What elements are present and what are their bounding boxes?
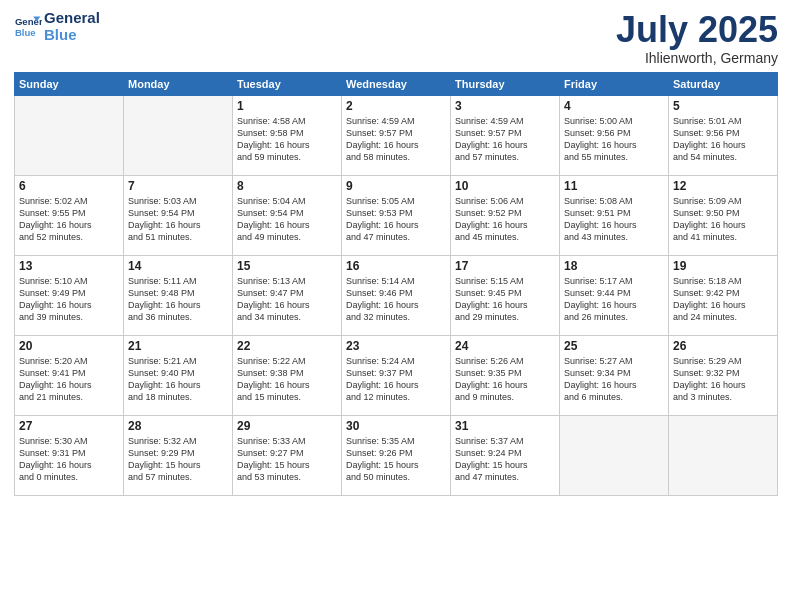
calendar-cell: 30Sunrise: 5:35 AM Sunset: 9:26 PM Dayli… — [342, 415, 451, 495]
day-info: Sunrise: 5:37 AM Sunset: 9:24 PM Dayligh… — [455, 435, 555, 484]
weekday-header: Saturday — [669, 72, 778, 95]
day-info: Sunrise: 5:24 AM Sunset: 9:37 PM Dayligh… — [346, 355, 446, 404]
calendar-week-row: 6Sunrise: 5:02 AM Sunset: 9:55 PM Daylig… — [15, 175, 778, 255]
day-info: Sunrise: 5:05 AM Sunset: 9:53 PM Dayligh… — [346, 195, 446, 244]
day-number: 4 — [564, 99, 664, 113]
page: General Blue General Blue July 2025 Ihli… — [0, 0, 792, 612]
calendar-cell: 10Sunrise: 5:06 AM Sunset: 9:52 PM Dayli… — [451, 175, 560, 255]
calendar-cell: 13Sunrise: 5:10 AM Sunset: 9:49 PM Dayli… — [15, 255, 124, 335]
calendar-cell: 26Sunrise: 5:29 AM Sunset: 9:32 PM Dayli… — [669, 335, 778, 415]
day-info: Sunrise: 4:59 AM Sunset: 9:57 PM Dayligh… — [346, 115, 446, 164]
weekday-header: Tuesday — [233, 72, 342, 95]
day-info: Sunrise: 5:10 AM Sunset: 9:49 PM Dayligh… — [19, 275, 119, 324]
day-number: 13 — [19, 259, 119, 273]
location-subtitle: Ihlienworth, Germany — [616, 50, 778, 66]
day-number: 14 — [128, 259, 228, 273]
calendar-cell: 23Sunrise: 5:24 AM Sunset: 9:37 PM Dayli… — [342, 335, 451, 415]
day-info: Sunrise: 5:08 AM Sunset: 9:51 PM Dayligh… — [564, 195, 664, 244]
calendar-cell: 4Sunrise: 5:00 AM Sunset: 9:56 PM Daylig… — [560, 95, 669, 175]
svg-text:Blue: Blue — [15, 26, 36, 37]
calendar-cell — [560, 415, 669, 495]
month-title: July 2025 — [616, 10, 778, 50]
calendar-cell: 7Sunrise: 5:03 AM Sunset: 9:54 PM Daylig… — [124, 175, 233, 255]
calendar-week-row: 27Sunrise: 5:30 AM Sunset: 9:31 PM Dayli… — [15, 415, 778, 495]
day-number: 1 — [237, 99, 337, 113]
day-number: 23 — [346, 339, 446, 353]
calendar-cell — [124, 95, 233, 175]
calendar-cell: 22Sunrise: 5:22 AM Sunset: 9:38 PM Dayli… — [233, 335, 342, 415]
calendar-week-row: 20Sunrise: 5:20 AM Sunset: 9:41 PM Dayli… — [15, 335, 778, 415]
day-info: Sunrise: 4:58 AM Sunset: 9:58 PM Dayligh… — [237, 115, 337, 164]
day-info: Sunrise: 5:14 AM Sunset: 9:46 PM Dayligh… — [346, 275, 446, 324]
day-number: 5 — [673, 99, 773, 113]
day-info: Sunrise: 5:32 AM Sunset: 9:29 PM Dayligh… — [128, 435, 228, 484]
calendar-cell: 2Sunrise: 4:59 AM Sunset: 9:57 PM Daylig… — [342, 95, 451, 175]
logo: General Blue General Blue — [14, 10, 100, 43]
weekday-header: Thursday — [451, 72, 560, 95]
weekday-header: Monday — [124, 72, 233, 95]
day-number: 29 — [237, 419, 337, 433]
day-info: Sunrise: 5:11 AM Sunset: 9:48 PM Dayligh… — [128, 275, 228, 324]
day-info: Sunrise: 5:00 AM Sunset: 9:56 PM Dayligh… — [564, 115, 664, 164]
calendar-cell: 1Sunrise: 4:58 AM Sunset: 9:58 PM Daylig… — [233, 95, 342, 175]
calendar-cell: 28Sunrise: 5:32 AM Sunset: 9:29 PM Dayli… — [124, 415, 233, 495]
calendar-cell: 14Sunrise: 5:11 AM Sunset: 9:48 PM Dayli… — [124, 255, 233, 335]
day-number: 9 — [346, 179, 446, 193]
day-info: Sunrise: 5:35 AM Sunset: 9:26 PM Dayligh… — [346, 435, 446, 484]
logo-icon: General Blue — [14, 13, 42, 41]
weekday-header: Wednesday — [342, 72, 451, 95]
day-number: 2 — [346, 99, 446, 113]
day-number: 19 — [673, 259, 773, 273]
day-number: 26 — [673, 339, 773, 353]
day-number: 30 — [346, 419, 446, 433]
day-number: 7 — [128, 179, 228, 193]
calendar-header-row: SundayMondayTuesdayWednesdayThursdayFrid… — [15, 72, 778, 95]
day-number: 17 — [455, 259, 555, 273]
day-number: 15 — [237, 259, 337, 273]
calendar-table: SundayMondayTuesdayWednesdayThursdayFrid… — [14, 72, 778, 496]
weekday-header: Sunday — [15, 72, 124, 95]
calendar-cell: 31Sunrise: 5:37 AM Sunset: 9:24 PM Dayli… — [451, 415, 560, 495]
calendar-week-row: 1Sunrise: 4:58 AM Sunset: 9:58 PM Daylig… — [15, 95, 778, 175]
day-number: 28 — [128, 419, 228, 433]
day-info: Sunrise: 5:33 AM Sunset: 9:27 PM Dayligh… — [237, 435, 337, 484]
logo-blue: Blue — [44, 27, 100, 44]
day-info: Sunrise: 5:03 AM Sunset: 9:54 PM Dayligh… — [128, 195, 228, 244]
day-number: 18 — [564, 259, 664, 273]
day-info: Sunrise: 5:30 AM Sunset: 9:31 PM Dayligh… — [19, 435, 119, 484]
day-number: 24 — [455, 339, 555, 353]
day-info: Sunrise: 5:22 AM Sunset: 9:38 PM Dayligh… — [237, 355, 337, 404]
calendar-cell: 19Sunrise: 5:18 AM Sunset: 9:42 PM Dayli… — [669, 255, 778, 335]
calendar-cell: 18Sunrise: 5:17 AM Sunset: 9:44 PM Dayli… — [560, 255, 669, 335]
calendar-cell: 16Sunrise: 5:14 AM Sunset: 9:46 PM Dayli… — [342, 255, 451, 335]
day-info: Sunrise: 5:13 AM Sunset: 9:47 PM Dayligh… — [237, 275, 337, 324]
day-number: 16 — [346, 259, 446, 273]
calendar-cell: 9Sunrise: 5:05 AM Sunset: 9:53 PM Daylig… — [342, 175, 451, 255]
day-info: Sunrise: 5:20 AM Sunset: 9:41 PM Dayligh… — [19, 355, 119, 404]
day-number: 3 — [455, 99, 555, 113]
calendar-cell: 6Sunrise: 5:02 AM Sunset: 9:55 PM Daylig… — [15, 175, 124, 255]
weekday-header: Friday — [560, 72, 669, 95]
day-number: 27 — [19, 419, 119, 433]
calendar-cell: 17Sunrise: 5:15 AM Sunset: 9:45 PM Dayli… — [451, 255, 560, 335]
calendar-cell: 27Sunrise: 5:30 AM Sunset: 9:31 PM Dayli… — [15, 415, 124, 495]
calendar-cell: 29Sunrise: 5:33 AM Sunset: 9:27 PM Dayli… — [233, 415, 342, 495]
day-info: Sunrise: 5:21 AM Sunset: 9:40 PM Dayligh… — [128, 355, 228, 404]
day-info: Sunrise: 5:01 AM Sunset: 9:56 PM Dayligh… — [673, 115, 773, 164]
calendar-cell: 15Sunrise: 5:13 AM Sunset: 9:47 PM Dayli… — [233, 255, 342, 335]
calendar-cell: 25Sunrise: 5:27 AM Sunset: 9:34 PM Dayli… — [560, 335, 669, 415]
day-info: Sunrise: 4:59 AM Sunset: 9:57 PM Dayligh… — [455, 115, 555, 164]
calendar-cell: 24Sunrise: 5:26 AM Sunset: 9:35 PM Dayli… — [451, 335, 560, 415]
calendar-cell: 8Sunrise: 5:04 AM Sunset: 9:54 PM Daylig… — [233, 175, 342, 255]
day-info: Sunrise: 5:17 AM Sunset: 9:44 PM Dayligh… — [564, 275, 664, 324]
calendar-cell: 20Sunrise: 5:20 AM Sunset: 9:41 PM Dayli… — [15, 335, 124, 415]
calendar-cell: 12Sunrise: 5:09 AM Sunset: 9:50 PM Dayli… — [669, 175, 778, 255]
day-info: Sunrise: 5:18 AM Sunset: 9:42 PM Dayligh… — [673, 275, 773, 324]
day-number: 25 — [564, 339, 664, 353]
day-info: Sunrise: 5:04 AM Sunset: 9:54 PM Dayligh… — [237, 195, 337, 244]
day-number: 8 — [237, 179, 337, 193]
day-number: 11 — [564, 179, 664, 193]
day-number: 31 — [455, 419, 555, 433]
calendar-cell: 21Sunrise: 5:21 AM Sunset: 9:40 PM Dayli… — [124, 335, 233, 415]
day-info: Sunrise: 5:15 AM Sunset: 9:45 PM Dayligh… — [455, 275, 555, 324]
